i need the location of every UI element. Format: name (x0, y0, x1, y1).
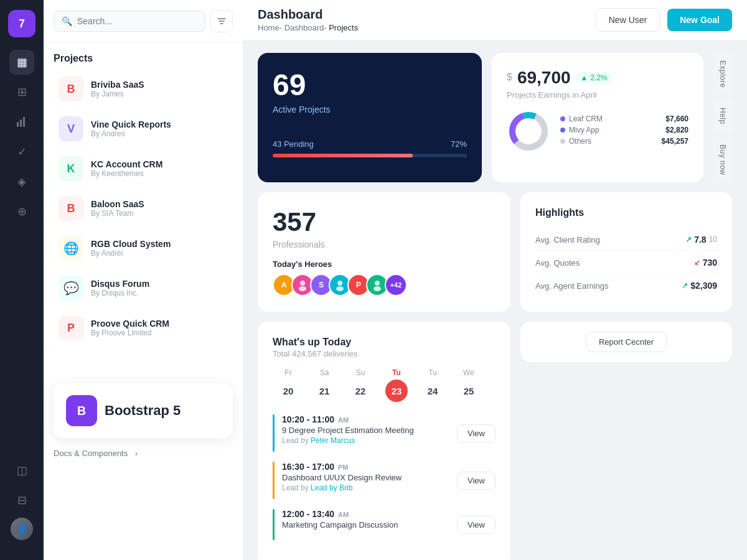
explore-tab[interactable]: Explore (713, 53, 732, 95)
project-info: RGB Cloud System By Andrei (91, 239, 228, 258)
highlight-item: Avg. Agent Earnings ↗ $2,309 (535, 274, 717, 297)
sidebar-avatar[interactable]: 7 (8, 10, 35, 37)
cards-row-2: 357 Professionals Today's Heroes A S P (258, 192, 732, 312)
buy-now-tab[interactable]: Buy now (713, 137, 732, 183)
event-line (273, 414, 275, 452)
highlight-item: Avg. Client Rating ↗ 7.8 10 (535, 228, 717, 251)
active-projects-count: 69 (273, 68, 467, 102)
project-logo: V (59, 116, 83, 141)
project-logo: P (59, 315, 83, 340)
legend-item: Leaf CRM $7,660 (560, 114, 688, 123)
projects-title: Projects (44, 43, 243, 69)
project-name: Baloon SaaS (91, 199, 228, 209)
sidebar-icons: 7 ▦ ⊞ ✓ ◈ ⊕ ◫ ⊟ 👤 (0, 0, 44, 560)
day-item[interactable]: Tu 24 (417, 368, 448, 402)
project-logo: 💬 (59, 276, 83, 301)
sidebar-icon-briefcase[interactable]: ⊕ (9, 199, 34, 224)
highlight-label: Avg. Quotes (535, 258, 580, 268)
header-actions: New User New Goal (596, 8, 732, 32)
project-by: By SIA Team (91, 209, 228, 218)
heroes-label: Today's Heroes (273, 259, 496, 269)
calendar-title: What's up Today (273, 337, 496, 348)
event-content: 10:20 - 11:00 AM 9 Degree Project Estima… (282, 414, 449, 445)
calendar-card: What's up Today Total 424,567 deliveries… (258, 322, 510, 560)
project-name: Briviba SaaS (91, 80, 228, 90)
list-item[interactable]: B Baloon SaaS By SIA Team (49, 189, 238, 228)
bootstrap-card: B Bootstrap 5 (54, 383, 233, 439)
sidebar-icon-check[interactable]: ✓ (9, 139, 34, 164)
progress-percent: 72% (451, 139, 467, 149)
search-input[interactable] (77, 16, 197, 26)
earnings-value: 69,700 (517, 68, 571, 88)
day-item-active[interactable]: Tu 23 (381, 368, 412, 402)
legend-label: Mivy App (560, 126, 599, 134)
event-lead-link[interactable]: Lead by Bob (311, 483, 352, 492)
list-item[interactable]: B Briviba SaaS By James (49, 69, 238, 109)
sidebar-icon-dashboard[interactable]: ▦ (9, 50, 34, 75)
svg-rect-1 (20, 119, 22, 127)
event-title: 9 Degree Project Estimation Meeting (282, 426, 449, 435)
list-item[interactable]: 🌐 RGB Cloud System By Andrei (49, 228, 238, 268)
docs-link[interactable]: Docs & Components › (44, 449, 243, 468)
legend-value: $45,257 (662, 137, 688, 146)
breadcrumb-home: Home- (258, 23, 282, 32)
event-item: 12:00 - 13:40 AM Marketing Campaign Disc… (273, 509, 496, 540)
earnings-badge: ▲ 2.2% (576, 72, 613, 83)
project-by: By Andres (91, 129, 228, 138)
report-center-button[interactable]: Report Cecnter (586, 332, 667, 352)
day-item[interactable]: Fr 20 (273, 368, 304, 402)
new-user-button[interactable]: New User (596, 8, 660, 32)
view-button[interactable]: View (457, 472, 496, 490)
svg-rect-2 (23, 117, 25, 127)
calendar-header: What's up Today Total 424,567 deliveries (273, 337, 496, 358)
search-icon: 🔍 (62, 16, 72, 26)
highlight-label: Avg. Agent Earnings (535, 281, 609, 291)
professionals-count: 357 (273, 207, 496, 237)
event-ampm: AM (338, 511, 349, 518)
earnings-card: $ 69,700 ▲ 2.2% Projects Earnings in Apr… (492, 53, 703, 182)
event-time: 10:20 - 11:00 AM (282, 414, 449, 424)
event-ampm: AM (338, 416, 349, 424)
list-item[interactable]: V Vine Quick Reports By Andres (49, 109, 238, 149)
help-tab[interactable]: Help (713, 100, 732, 132)
view-button[interactable]: View (457, 424, 496, 442)
day-item[interactable]: Sa 21 (309, 368, 340, 402)
sidebar-icon-grid[interactable]: ⊞ (9, 80, 34, 105)
new-goal-button[interactable]: New Goal (667, 9, 732, 31)
report-center-card: Report Cecnter (520, 322, 732, 362)
svg-point-8 (299, 286, 306, 291)
bootstrap-text: Bootstrap 5 (105, 403, 181, 419)
sidebar-icon-grid2[interactable]: ⊟ (9, 488, 34, 513)
donut-chart (507, 110, 550, 153)
list-item[interactable]: 💬 Disqus Forum By Disqus Inc. (49, 268, 238, 308)
sidebar-icon-chat[interactable]: ◫ (9, 458, 34, 483)
list-item[interactable]: P Proove Quick CRM By Proove Limited (49, 308, 238, 348)
legend-item: Mivy App $2,820 (560, 126, 688, 134)
trend-up-icon: ↗ (682, 281, 688, 290)
highlights-title: Highlights (535, 207, 717, 218)
filter-button[interactable] (210, 10, 233, 32)
sidebar-icon-layers[interactable]: ◈ (9, 169, 34, 194)
day-item[interactable]: We 25 (453, 368, 484, 402)
cards-row-1: 69 Active Projects 43 Pending 72% $ 69,7… (258, 53, 732, 182)
legend-dot (560, 128, 565, 133)
project-by: By Keenthemes (91, 169, 228, 178)
search-input-wrapper[interactable]: 🔍 (54, 11, 205, 32)
event-lead-link[interactable]: Peter Marcus (311, 436, 355, 445)
header-left: Dashboard Home- Dashboard- Projects (258, 7, 358, 32)
project-info: KC Account CRM By Keenthemes (91, 159, 228, 178)
project-info: Vine Quick Reports By Andres (91, 119, 228, 138)
project-name: KC Account CRM (91, 159, 228, 169)
calendar-subtitle: Total 424,567 deliveries (273, 349, 496, 358)
sidebar-icon-bar[interactable] (9, 110, 34, 134)
day-item[interactable]: Su 22 (345, 368, 376, 402)
highlights-card: Highlights Avg. Client Rating ↗ 7.8 10 A… (520, 192, 732, 312)
list-item[interactable]: K KC Account CRM By Keenthemes (49, 149, 238, 189)
svg-rect-0 (17, 122, 19, 127)
legend-label: Others (560, 137, 591, 146)
breadcrumb-current: Projects (329, 23, 358, 32)
view-button[interactable]: View (457, 516, 496, 534)
heroes-section: Today's Heroes A S P (273, 259, 496, 296)
sidebar-user-avatar[interactable]: 👤 (11, 518, 33, 540)
trend-up-icon: ↗ (685, 235, 692, 244)
